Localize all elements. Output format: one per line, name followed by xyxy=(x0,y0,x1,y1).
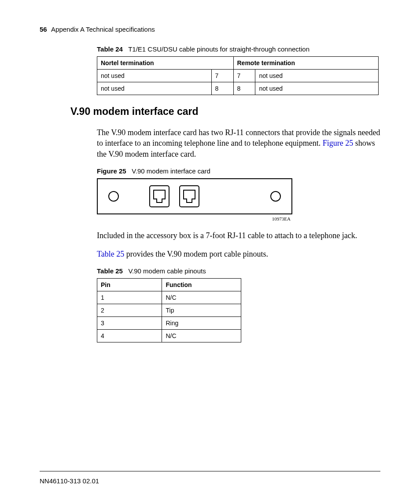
svg-rect-3 xyxy=(180,186,199,207)
table25-link[interactable]: Table 25 xyxy=(97,250,124,258)
cell: 4 xyxy=(97,330,162,342)
cell: 1 xyxy=(97,291,162,304)
cell: N/C xyxy=(162,291,241,304)
paragraph: Included in the accessory box is a 7-foo… xyxy=(97,230,380,241)
table25-head-func: Function xyxy=(162,279,241,291)
figure25-caption-text: V.90 modem interface card xyxy=(132,167,210,175)
cell: not used xyxy=(255,82,379,95)
table-row: 3 Ring xyxy=(97,317,241,330)
cell: 3 xyxy=(97,317,162,330)
table-row: Nortel termination Remote termination xyxy=(97,57,379,70)
cell: 7 xyxy=(233,70,255,82)
svg-point-0 xyxy=(109,191,118,201)
section-body: The V.90 modem interface card has two RJ… xyxy=(97,127,380,342)
cell: 8 xyxy=(211,82,233,95)
section-heading: V.90 modem interface card xyxy=(70,106,380,118)
figure25-link[interactable]: Figure 25 xyxy=(323,139,354,147)
table25-caption: Table 25 V.90 modem cable pinouts xyxy=(97,267,380,275)
cell: 8 xyxy=(233,82,255,95)
table-row: 2 Tip xyxy=(97,304,241,317)
header-title: Appendix A Technical specifications xyxy=(51,26,155,33)
figure25-label: Figure 25 xyxy=(97,167,126,175)
cell: not used xyxy=(97,82,212,95)
table25: Pin Function 1 N/C 2 Tip 3 Ring 4 N/C xyxy=(97,278,241,342)
table-row: not used 8 8 not used xyxy=(97,82,379,95)
table-row: 4 N/C xyxy=(97,330,241,342)
table24: Nortel termination Remote termination no… xyxy=(97,56,379,95)
table-row: 1 N/C xyxy=(97,291,241,304)
svg-rect-2 xyxy=(150,186,169,207)
text: provides the V.90 modem port cable pinou… xyxy=(124,250,268,258)
running-header: 56 Appendix A Technical specifications xyxy=(40,26,380,33)
cell: Tip xyxy=(162,304,241,317)
table25-label: Table 25 xyxy=(97,267,123,275)
table25-caption-text: V.90 modem cable pinouts xyxy=(128,267,206,275)
page: 56 Appendix A Technical specifications T… xyxy=(0,0,420,504)
svg-point-1 xyxy=(271,191,280,201)
cell: not used xyxy=(97,70,212,82)
table-row: not used 7 7 not used xyxy=(97,70,379,82)
table24-head-right: Remote termination xyxy=(233,57,379,70)
paragraph: Table 25 provides the V.90 modem port ca… xyxy=(97,249,380,259)
cell: 2 xyxy=(97,304,162,317)
cell: not used xyxy=(255,70,379,82)
cell: 7 xyxy=(211,70,233,82)
table24-block: Table 24 T1/E1 CSU/DSU cable pinouts for… xyxy=(97,45,380,95)
table24-caption: Table 24 T1/E1 CSU/DSU cable pinouts for… xyxy=(97,45,380,53)
paragraph: The V.90 modem interface card has two RJ… xyxy=(97,127,380,159)
table24-head-left: Nortel termination xyxy=(97,57,234,70)
figure25-caption: Figure 25 V.90 modem interface card xyxy=(97,167,380,175)
table25-head-pin: Pin xyxy=(97,279,162,291)
table24-caption-text: T1/E1 CSU/DSU cable pinouts for straight… xyxy=(128,45,309,53)
footer-text: NN46110-313 02.01 xyxy=(40,477,99,485)
table-row: Pin Function xyxy=(97,279,241,291)
cell: N/C xyxy=(162,330,241,342)
cell: Ring xyxy=(162,317,241,330)
figure25-id: 10973EA xyxy=(97,216,291,221)
page-number: 56 xyxy=(40,26,47,33)
modem-card-icon xyxy=(98,179,291,213)
footer-rule xyxy=(40,471,380,471)
table24-label: Table 24 xyxy=(97,45,123,53)
figure25-image xyxy=(97,178,292,214)
